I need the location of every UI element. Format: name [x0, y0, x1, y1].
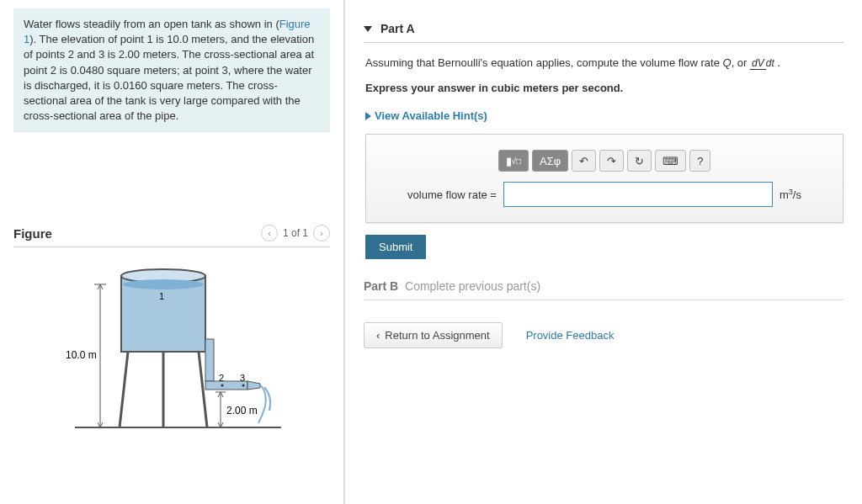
answer-unit: m3/s — [780, 188, 801, 201]
reset-button[interactable]: ↻ — [627, 150, 652, 172]
submit-button[interactable]: Submit — [365, 235, 426, 259]
figure-counter: 1 of 1 — [283, 227, 308, 239]
caret-right-icon — [365, 112, 371, 120]
part-b-header: Part B Complete previous part(s) — [364, 279, 843, 300]
svg-text:2: 2 — [219, 373, 224, 383]
part-a-prompt: Assuming that Bernoulli's equation appli… — [365, 55, 843, 72]
svg-text:3: 3 — [240, 373, 245, 383]
answer-box: ▮√□ ΑΣφ ↶ ↷ ↻ ⌨ ? volume flow rate = m3/… — [365, 134, 843, 223]
svg-rect-7 — [205, 339, 214, 381]
figure-diagram: 1 2 3 10.0 m 2.00 m — [13, 259, 330, 438]
problem-text-a: Water flows steadily from an open tank a… — [24, 18, 279, 30]
keyboard-button[interactable]: ⌨ — [655, 150, 686, 172]
express-instruction: Express your answer in cubic meters per … — [365, 80, 843, 97]
figure-title: Figure — [13, 226, 52, 241]
problem-text-b: ). The elevation of point 1 is 10.0 mete… — [24, 33, 314, 122]
redo-button[interactable]: ↷ — [599, 150, 624, 172]
view-hints-link[interactable]: View Available Hint(s) — [365, 104, 843, 134]
svg-text:1: 1 — [159, 291, 164, 301]
provide-feedback-link[interactable]: Provide Feedback — [526, 329, 615, 342]
svg-text:2.00 m: 2.00 m — [226, 405, 258, 416]
caret-down-icon — [364, 26, 372, 32]
svg-point-3 — [123, 279, 204, 289]
svg-line-4 — [120, 352, 128, 427]
template-tool-button[interactable]: ▮√□ — [498, 150, 529, 172]
figure-prev-button[interactable]: ‹ — [261, 225, 278, 241]
problem-statement: Water flows steadily from an open tank a… — [13, 8, 330, 132]
chevron-left-icon: ‹ — [376, 329, 380, 342]
part-a-title: Part A — [380, 22, 415, 35]
svg-text:10.0 m: 10.0 m — [66, 349, 97, 361]
answer-label: volume flow rate = — [407, 188, 497, 201]
undo-button[interactable]: ↶ — [572, 150, 596, 172]
svg-point-12 — [242, 385, 245, 387]
svg-point-10 — [221, 385, 224, 387]
greek-tool-button[interactable]: ΑΣφ — [532, 150, 568, 172]
part-a-header[interactable]: Part A — [364, 13, 843, 43]
return-to-assignment-button[interactable]: ‹ Return to Assignment — [364, 322, 503, 348]
help-button[interactable]: ? — [689, 150, 710, 172]
figure-next-button[interactable]: › — [313, 225, 330, 241]
answer-input[interactable] — [503, 182, 773, 207]
